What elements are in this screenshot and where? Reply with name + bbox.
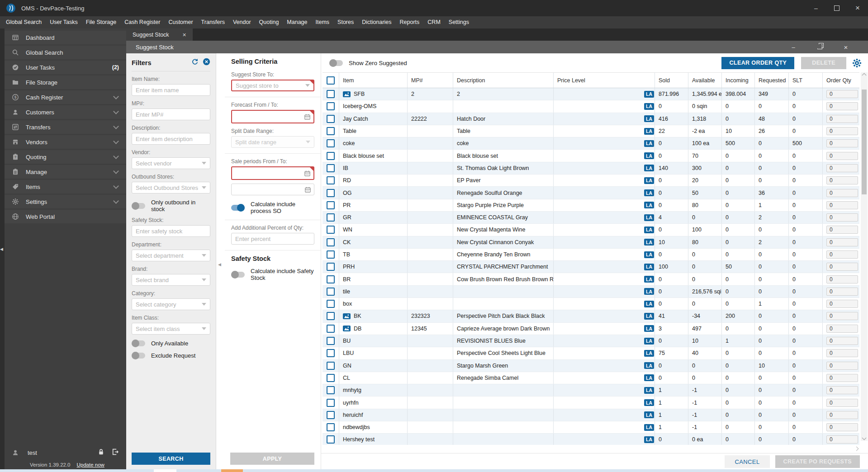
suggest-store-select[interactable]: Suggest store to bbox=[231, 80, 314, 91]
description-field[interactable] bbox=[132, 133, 210, 145]
sidebar-item-transfers[interactable]: Transfers bbox=[5, 120, 126, 134]
sidebar-item-user-tasks[interactable]: User Tasks (2) bbox=[5, 61, 126, 74]
vendor-select[interactable]: Select vendor bbox=[132, 157, 210, 169]
sidebar-item-items[interactable]: Items bbox=[5, 180, 126, 194]
dialog-restore-button[interactable] bbox=[806, 44, 833, 51]
select-all-checkbox[interactable] bbox=[327, 76, 335, 85]
row-checkbox[interactable] bbox=[327, 263, 335, 271]
row-checkbox[interactable] bbox=[327, 250, 335, 259]
column-header-incoming[interactable]: Incoming bbox=[722, 73, 755, 88]
row-checkbox[interactable] bbox=[327, 325, 335, 333]
sidebar-item-cash-register[interactable]: $ Cash Register bbox=[5, 90, 126, 104]
create-po-requests-button[interactable]: CREATE PO REQUESTS bbox=[775, 455, 860, 468]
column-header-requested[interactable]: Requested bbox=[755, 73, 789, 88]
menu-item-vendor[interactable]: Vendor bbox=[229, 16, 255, 28]
scrollbar-thumb[interactable] bbox=[862, 90, 867, 194]
order-qty-input[interactable]: 0 bbox=[826, 226, 858, 234]
cancel-button[interactable]: CANCEL bbox=[725, 455, 769, 468]
item-name-field[interactable] bbox=[132, 84, 210, 96]
sidebar-item-settings[interactable]: Settings bbox=[5, 195, 126, 208]
mp-field[interactable] bbox=[132, 109, 210, 120]
row-checkbox[interactable] bbox=[327, 399, 335, 407]
order-qty-input[interactable]: 0 bbox=[826, 176, 858, 184]
order-qty-input[interactable]: 0 bbox=[826, 102, 858, 110]
order-qty-input[interactable]: 0 bbox=[826, 139, 858, 147]
apply-button[interactable]: APPLY bbox=[230, 453, 314, 465]
column-header-available[interactable]: Available bbox=[688, 73, 722, 88]
order-qty-input[interactable]: 0 bbox=[826, 386, 858, 394]
bottom-scroll-strip[interactable] bbox=[0, 469, 868, 472]
order-qty-input[interactable]: 0 bbox=[826, 127, 858, 135]
clear-filters-icon[interactable] bbox=[203, 58, 210, 67]
dialog-close-button[interactable]: × bbox=[833, 43, 859, 51]
order-qty-input[interactable]: 0 bbox=[826, 288, 858, 296]
row-checkbox[interactable] bbox=[327, 374, 335, 382]
close-button[interactable]: × bbox=[847, 0, 868, 16]
row-checkbox[interactable] bbox=[327, 423, 335, 431]
row-checkbox[interactable] bbox=[327, 90, 335, 98]
horizontal-scrollbar[interactable] bbox=[321, 445, 868, 453]
order-qty-input[interactable]: 0 bbox=[826, 152, 858, 160]
order-qty-input[interactable]: 0 bbox=[826, 164, 858, 172]
sidebar-item-global-search[interactable]: Global Search bbox=[5, 46, 126, 59]
menu-item-settings[interactable]: Settings bbox=[445, 16, 473, 28]
menu-item-quoting[interactable]: Quoting bbox=[255, 16, 283, 28]
minimize-button[interactable]: – bbox=[806, 0, 826, 16]
sidebar-item-customers[interactable]: Customers bbox=[5, 105, 126, 119]
row-checkbox[interactable] bbox=[327, 102, 335, 110]
order-qty-input[interactable]: 0 bbox=[826, 250, 858, 259]
column-header-price-level[interactable]: Price Level bbox=[554, 73, 655, 88]
menu-item-stores[interactable]: Stores bbox=[333, 16, 358, 28]
row-checkbox[interactable] bbox=[327, 435, 335, 444]
scroll-strip-thumb[interactable] bbox=[221, 469, 243, 472]
menu-item-cash-register[interactable]: Cash Register bbox=[120, 16, 164, 28]
brand-select[interactable]: Select brand bbox=[132, 274, 210, 286]
order-qty-input[interactable]: 0 bbox=[826, 275, 858, 283]
row-checkbox[interactable] bbox=[327, 176, 335, 184]
vertical-scrollbar[interactable] bbox=[861, 72, 868, 441]
order-qty-input[interactable]: 0 bbox=[826, 201, 858, 209]
row-checkbox[interactable] bbox=[327, 201, 335, 209]
sidebar-item-vendors[interactable]: Vendors bbox=[5, 135, 126, 149]
sale-periods-to-field[interactable] bbox=[231, 184, 314, 195]
order-qty-input[interactable]: 0 bbox=[826, 362, 858, 370]
sidebar-item-manage[interactable]: Manage bbox=[5, 165, 126, 179]
add-percent-field[interactable] bbox=[231, 233, 314, 245]
item-class-select[interactable]: Select item class bbox=[132, 323, 210, 335]
column-header-slt[interactable]: SLT bbox=[789, 73, 823, 88]
row-checkbox[interactable] bbox=[327, 226, 335, 234]
include-process-so-toggle[interactable] bbox=[231, 205, 245, 211]
order-qty-input[interactable]: 0 bbox=[826, 312, 858, 320]
split-date-range-select[interactable]: Split date range bbox=[231, 136, 314, 148]
forecast-date-field[interactable] bbox=[231, 110, 314, 123]
sidebar-item-web-portal[interactable]: Web Portal bbox=[5, 210, 126, 223]
column-header-description[interactable]: Description bbox=[453, 73, 554, 88]
include-safety-stock-toggle[interactable] bbox=[231, 272, 245, 278]
scroll-down-icon[interactable] bbox=[862, 436, 867, 440]
menu-item-file-storage[interactable]: File Storage bbox=[82, 16, 120, 28]
scroll-right-icon[interactable] bbox=[854, 447, 859, 451]
update-now-link[interactable]: Update now bbox=[77, 462, 104, 467]
menu-item-dictionaries[interactable]: Dictionaries bbox=[358, 16, 395, 28]
clear-order-qty-button[interactable]: CLEAR ORDER QTY bbox=[721, 57, 794, 69]
safety-stock-field[interactable] bbox=[132, 225, 210, 237]
order-qty-input[interactable]: 0 bbox=[826, 90, 858, 98]
table-settings-gear-icon[interactable] bbox=[852, 58, 862, 68]
row-checkbox[interactable] bbox=[327, 139, 335, 147]
row-checkbox[interactable] bbox=[327, 349, 335, 357]
outbound-stores-select[interactable]: Select Outbound Stores bbox=[132, 182, 210, 194]
row-checkbox[interactable] bbox=[327, 312, 335, 320]
row-checkbox[interactable] bbox=[327, 152, 335, 160]
row-checkbox[interactable] bbox=[327, 238, 335, 246]
order-qty-input[interactable]: 0 bbox=[826, 435, 858, 444]
category-select[interactable]: Select category bbox=[132, 298, 210, 310]
menu-item-reports[interactable]: Reports bbox=[396, 16, 424, 28]
row-checkbox[interactable] bbox=[327, 288, 335, 296]
order-qty-input[interactable]: 0 bbox=[826, 238, 858, 246]
maximize-button[interactable] bbox=[826, 0, 847, 16]
menu-item-crm[interactable]: CRM bbox=[423, 16, 444, 28]
order-qty-input[interactable]: 0 bbox=[826, 213, 858, 222]
tab-suggest-stock[interactable]: Suggest Stock × bbox=[126, 28, 193, 41]
order-qty-input[interactable]: 0 bbox=[826, 337, 858, 345]
order-qty-input[interactable]: 0 bbox=[826, 325, 858, 333]
